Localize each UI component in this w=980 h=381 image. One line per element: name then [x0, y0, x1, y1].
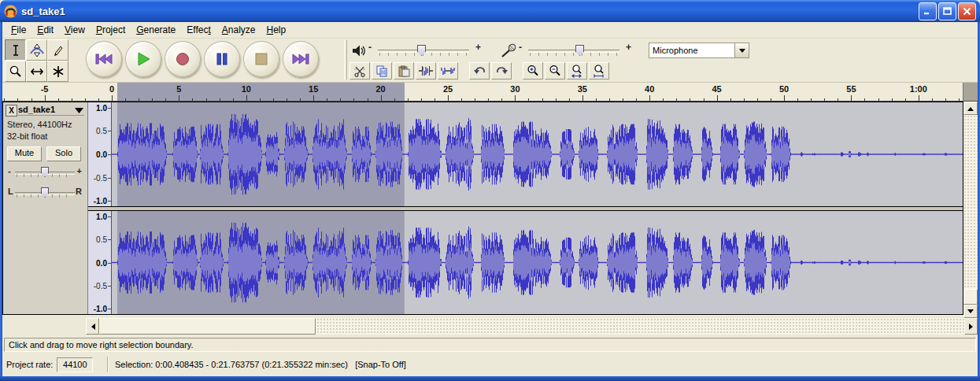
track-close-button[interactable]: X	[6, 105, 17, 117]
skip-to-start-button[interactable]	[86, 41, 122, 77]
fit-selection-button[interactable]	[567, 62, 587, 80]
speaker-icon	[352, 44, 367, 57]
scroll-right-button[interactable]	[964, 318, 978, 335]
mute-button[interactable]: Mute	[7, 146, 42, 161]
zoom-out-button[interactable]	[545, 62, 565, 80]
menu-view[interactable]: View	[59, 22, 91, 38]
close-button[interactable]	[958, 2, 976, 20]
ruler-tick	[596, 98, 597, 101]
skip-to-end-button[interactable]	[283, 41, 319, 77]
mixer-toolbar: - + - + Microphone	[352, 40, 749, 61]
ruler-label: 0	[94, 84, 129, 94]
vscroll-track[interactable]	[963, 115, 978, 305]
undo-button[interactable]	[469, 62, 490, 80]
maximize-icon	[943, 7, 952, 16]
minimize-button[interactable]	[919, 2, 937, 20]
paste-icon	[398, 65, 410, 77]
ruler-tick	[730, 98, 731, 101]
draw-tool-button[interactable]	[47, 39, 68, 61]
selection-status-text: Selection: 0:00.408435 - 0:21.763757 (0:…	[109, 360, 406, 369]
window-title: sd_take1	[21, 6, 917, 17]
amplitude-label: -0.5	[94, 174, 107, 183]
paste-button[interactable]	[394, 62, 414, 80]
pan-right-label: R	[76, 187, 82, 196]
menu-help[interactable]: Help	[261, 22, 291, 38]
ruler-label: 30	[497, 84, 532, 94]
title-bar[interactable]: sd_take1	[0, 0, 980, 22]
triangle-right-icon	[969, 324, 976, 330]
ruler-tick	[824, 98, 825, 101]
hscroll-thumb[interactable]	[99, 318, 316, 335]
record-button[interactable]	[165, 41, 201, 77]
menu-analyze[interactable]: Analyze	[216, 22, 261, 38]
stop-button[interactable]	[243, 41, 279, 77]
silence-icon	[441, 65, 455, 76]
ruler-tick	[368, 98, 368, 101]
pause-button[interactable]	[204, 41, 240, 77]
vscroll-thumb[interactable]	[963, 289, 978, 305]
copy-button[interactable]	[372, 62, 392, 80]
amplitude-label: 0.5	[96, 235, 107, 244]
ruler-tick	[340, 98, 341, 101]
pan-slider[interactable]: L R	[7, 186, 83, 200]
chevron-down-icon	[739, 49, 745, 56]
scroll-left-button[interactable]	[86, 318, 99, 335]
input-source-combobox[interactable]: Microphone	[649, 43, 749, 58]
input-volume-slider[interactable]	[527, 43, 621, 58]
ruler-tick	[488, 98, 489, 101]
status-bar: Project rate: 44100 Selection: 0:00.4084…	[2, 354, 978, 375]
ruler-tick	[649, 95, 650, 101]
combo-drop-button[interactable]	[734, 43, 749, 57]
menu-file[interactable]: File	[6, 22, 31, 38]
play-button[interactable]	[125, 41, 161, 77]
selection-tool-button[interactable]	[5, 39, 26, 61]
track-title-menu[interactable]: sd_take1	[18, 105, 84, 116]
ruler-tick	[4, 98, 5, 101]
record-icon	[176, 52, 190, 66]
waveform-left-channel[interactable]	[112, 102, 963, 206]
output-plus-label: +	[474, 42, 483, 53]
menu-bar: FileEditViewProjectGenerateEffectAnalyze…	[2, 22, 978, 39]
multi-tool-button[interactable]	[47, 61, 68, 82]
menu-generate[interactable]: Generate	[131, 22, 181, 38]
ruler-tick	[851, 95, 852, 101]
amplitude-ruler-right-channel: 1.00.50.0-0.5-1.0	[88, 211, 112, 314]
menu-effect[interactable]: Effect	[181, 22, 216, 38]
amplitude-tick	[108, 239, 111, 240]
cut-button[interactable]	[349, 62, 370, 80]
ruler-tick	[260, 98, 261, 101]
redo-icon	[495, 65, 508, 76]
trim-outside-selection-button[interactable]	[416, 62, 436, 80]
vertical-scrollbar[interactable]	[963, 102, 978, 318]
ruler-tick	[717, 95, 718, 101]
scroll-down-button[interactable]	[963, 305, 978, 318]
timeline-ruler[interactable]: -505101520253035404550551:00	[2, 83, 978, 102]
ruler-tick	[757, 98, 758, 101]
project-rate-cell: Project rate: 44100	[2, 357, 109, 372]
menu-edit[interactable]: Edit	[31, 22, 59, 38]
envelope-tool-button[interactable]	[26, 39, 47, 61]
menu-project[interactable]: Project	[91, 22, 131, 38]
solo-button[interactable]: Solo	[46, 146, 81, 161]
gain-slider[interactable]: - +	[7, 165, 83, 179]
minimize-icon	[923, 7, 932, 16]
zoom-tool-button[interactable]	[5, 61, 26, 82]
ruler-tick	[273, 98, 274, 101]
silence-selection-button[interactable]	[438, 62, 458, 80]
waveform-right-channel[interactable]	[112, 211, 963, 314]
fit-project-icon	[593, 65, 605, 78]
ruler-tick	[58, 98, 59, 101]
zoom-in-button[interactable]	[523, 62, 543, 80]
redo-button[interactable]	[491, 62, 512, 80]
horizontal-scrollbar[interactable]	[2, 318, 978, 335]
output-volume-slider[interactable]	[376, 43, 471, 58]
close-icon	[963, 7, 971, 16]
maximize-button[interactable]	[938, 2, 956, 20]
timeshift-tool-button[interactable]	[26, 61, 47, 82]
ruler-tick	[394, 98, 395, 101]
ruler-tick	[501, 98, 502, 101]
triangle-left-icon	[88, 324, 95, 330]
fit-project-button[interactable]	[589, 62, 609, 80]
scroll-up-button[interactable]	[963, 102, 978, 115]
track-control-panel: X sd_take1 Stereo, 44100Hz 32-bit float …	[3, 102, 88, 314]
